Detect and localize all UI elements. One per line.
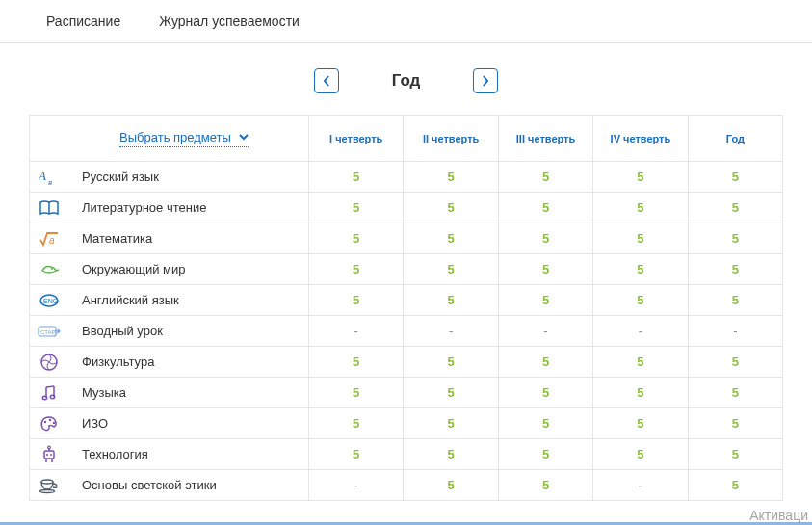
grade-cell: 5 [593,347,688,377]
chevron-left-icon [323,75,330,87]
grade-cell: 5 [593,378,688,407]
grade-value: 5 [353,170,359,184]
subject-cell[interactable]: ИЗО [30,408,309,438]
table-row: Физкультура55555 [30,347,782,378]
grade-cell: 5 [499,439,593,469]
subject-cell[interactable]: AяРусский язык [30,162,309,192]
subject-cell[interactable]: Музыка [30,378,309,407]
subject-name: Русский язык [82,170,159,184]
grade-cell: 5 [499,378,593,407]
grade-cell: 5 [593,254,688,284]
grade-value: 5 [447,262,454,276]
grade-cell: 5 [593,223,688,253]
period-title: Год [392,71,421,91]
grade-value: 5 [447,416,454,431]
grade-value: 5 [447,231,454,246]
nav-gradebook[interactable]: Журнал успеваемости [159,13,300,29]
grade-cell: - [404,316,498,346]
grade-value: 5 [447,170,454,184]
subject-cell[interactable]: Окружающий мир [30,254,309,284]
grade-value: 5 [732,478,739,492]
subject-cell[interactable]: Литературное чтение [30,193,309,223]
robot-icon [38,443,61,466]
grade-value: 5 [732,262,739,276]
grade-value: 5 [542,262,549,276]
subject-name: ИЗО [82,416,108,431]
prev-period-button[interactable] [314,68,339,93]
grade-cell: 5 [499,285,593,315]
grade-cell: 5 [499,162,593,192]
grade-value: 5 [637,231,643,246]
grade-value: 5 [637,293,643,307]
table-row: Литературное чтение55555 [30,193,782,223]
grade-cell: - [689,316,782,346]
chevron-right-icon [482,75,489,87]
grade-value: 5 [637,447,643,461]
subject-cell[interactable]: ENGАнглийский язык [30,285,309,315]
grade-cell: 5 [689,347,782,377]
subject-name: Английский язык [82,293,179,307]
next-period-button[interactable] [473,68,498,93]
grade-value: - [639,324,642,338]
subject-cell[interactable]: Технология [30,439,309,469]
subject-cell[interactable]: Основы светской этики [30,470,309,500]
table-row: СТАРТВводный урок----- [30,316,782,347]
grade-value: 5 [542,354,549,369]
table-row: aМатематика55555 [30,223,782,254]
grade-cell: 5 [593,285,688,315]
grade-cell: 5 [404,347,498,377]
svg-point-4 [51,268,53,270]
grade-value: 5 [542,293,549,307]
grade-value: 5 [447,447,454,461]
grade-cell: 5 [309,223,404,253]
grade-cell: 5 [404,470,498,500]
start-icon: СТАРТ [38,320,61,343]
grade-value: 5 [542,478,549,492]
letters-icon: Aя [38,166,61,189]
chevron-down-icon [239,134,249,141]
eng-icon: ENG [38,289,61,312]
grade-value: 5 [447,354,454,369]
grade-cell: 5 [404,193,498,223]
bird-icon [38,258,61,281]
col-header: I четверть [329,133,382,144]
grade-value: 5 [353,231,359,246]
grade-value: 5 [732,231,739,246]
grade-value: - [639,478,642,492]
grade-cell: 5 [499,223,593,253]
grade-cell: - [309,316,404,346]
grade-cell: 5 [689,470,782,500]
grade-cell: 5 [309,162,404,192]
grade-cell: 5 [404,223,498,253]
activation-watermark: Активаци [749,508,808,523]
grade-value: 5 [542,416,549,431]
grade-cell: - [593,316,688,346]
grade-cell: 5 [309,378,404,407]
grade-value: - [354,478,358,492]
subject-cell[interactable]: Физкультура [30,347,309,377]
svg-point-13 [49,418,51,420]
grade-cell: 5 [593,193,688,223]
grade-cell: 5 [689,408,782,438]
subject-name: Основы светской этики [82,478,217,492]
nav-schedule[interactable]: Расписание [46,13,120,29]
grade-value: 5 [637,200,643,215]
table-row: Технология55555 [30,439,782,470]
select-subjects-button[interactable]: Выбрать предметы [119,130,249,147]
svg-point-17 [50,454,52,456]
grade-value: 5 [732,200,739,215]
grade-cell: 5 [689,223,782,253]
svg-point-23 [40,489,55,492]
grade-cell: 5 [309,347,404,377]
grade-value: 5 [637,416,643,431]
table-row: ENGАнглийский язык55555 [30,285,782,316]
grade-cell: 5 [499,347,593,377]
svg-point-12 [44,420,46,422]
subject-cell[interactable]: СТАРТВводный урок [30,316,309,346]
table-row: Основы светской этики-55-5 [30,470,782,500]
col-header: Год [726,133,745,144]
grade-cell: 5 [404,285,498,315]
subject-name: Технология [82,447,148,461]
subject-name: Окружающий мир [82,262,185,276]
subject-cell[interactable]: aМатематика [30,223,309,253]
